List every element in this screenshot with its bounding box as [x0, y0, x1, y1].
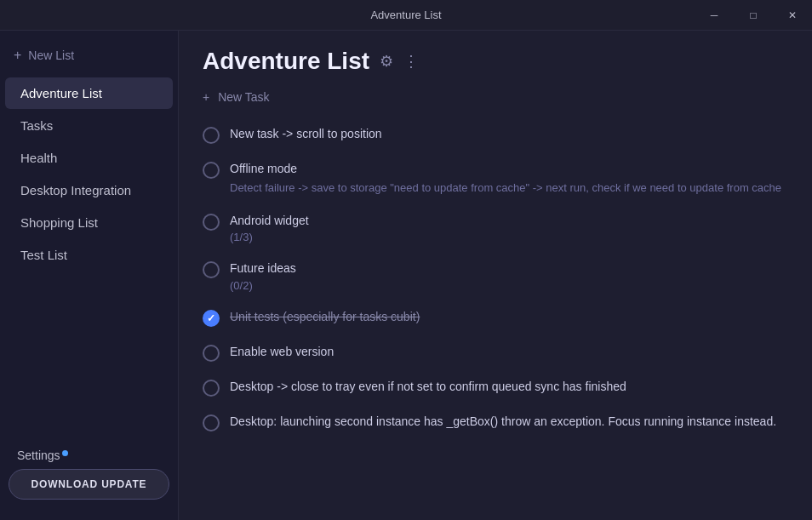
task-content: New task -> scroll to position [230, 126, 788, 143]
settings-notification-dot [62, 450, 68, 456]
task-checkbox[interactable] [203, 162, 220, 179]
app-body: + New List Adventure ListTasksHealthDesk… [0, 31, 812, 520]
sidebar: + New List Adventure ListTasksHealthDesk… [0, 31, 179, 520]
task-title: Desktop: launching second instance has _… [230, 414, 788, 431]
task-item[interactable]: Enable web version [196, 335, 795, 370]
task-item[interactable]: Unit tests (especially for tasks cubit) [196, 300, 795, 335]
task-content: Android widget(1/3) [230, 213, 788, 244]
task-checkbox[interactable] [203, 310, 220, 327]
plus-icon: + [14, 48, 21, 63]
sidebar-item-tasks[interactable]: Tasks [5, 110, 173, 141]
task-title: Android widget [230, 213, 788, 230]
task-content: Unit tests (especially for tasks cubit) [230, 309, 788, 326]
titlebar: Adventure List ─ □ ✕ [0, 0, 812, 31]
task-title: New task -> scroll to position [230, 126, 788, 143]
task-title: Future ideas [230, 260, 788, 277]
task-checkbox[interactable] [203, 127, 220, 144]
new-task-plus-icon: + [203, 90, 209, 104]
task-checkbox[interactable] [203, 261, 220, 278]
main-header: Adventure List ⚙ ⋮ [179, 31, 812, 87]
sidebar-item-health[interactable]: Health [5, 142, 173, 174]
sidebar-bottom: Settings DOWNLOAD UPDATE [0, 431, 178, 510]
task-subtitle: Detect failure -> save to storage "need … [230, 180, 788, 196]
new-task-label: New Task [218, 90, 269, 104]
task-item[interactable]: New task -> scroll to position [196, 117, 795, 152]
settings-label: Settings [17, 449, 60, 462]
settings-link[interactable]: Settings [9, 442, 169, 469]
task-content: Future ideas(0/2) [230, 260, 788, 292]
new-list-button[interactable]: + New List [0, 41, 178, 70]
task-title: Enable web version [230, 344, 788, 361]
task-content: Desktop -> close to tray even if not set… [230, 379, 788, 396]
task-item[interactable]: Desktop: launching second instance has _… [196, 405, 795, 440]
task-title: Offline mode [230, 161, 788, 178]
task-title: Desktop -> close to tray even if not set… [230, 379, 788, 396]
titlebar-title: Adventure List [370, 9, 441, 21]
more-options-icon[interactable]: ⋮ [403, 52, 419, 71]
task-item[interactable]: Future ideas(0/2) [196, 252, 795, 300]
close-button[interactable]: ✕ [773, 0, 812, 31]
task-list: New task -> scroll to positionOffline mo… [179, 114, 812, 520]
new-task-button[interactable]: + New Task [179, 87, 812, 114]
new-list-label: New List [28, 49, 74, 62]
task-checkbox[interactable] [203, 345, 220, 362]
task-checkbox[interactable] [203, 214, 220, 231]
task-item[interactable]: Offline modeDetect failure -> save to st… [196, 152, 795, 204]
task-content: Desktop: launching second instance has _… [230, 414, 788, 431]
sidebar-item-adventure-list[interactable]: Adventure List [5, 77, 173, 109]
task-checkbox[interactable] [203, 380, 220, 397]
page-title: Adventure List [203, 48, 369, 75]
task-item[interactable]: Desktop -> close to tray even if not set… [196, 370, 795, 405]
task-item[interactable]: Android widget(1/3) [196, 204, 795, 253]
task-title: Unit tests (especially for tasks cubit) [230, 309, 788, 326]
maximize-button[interactable]: □ [734, 0, 773, 31]
task-count: (0/2) [230, 279, 788, 292]
titlebar-controls: ─ □ ✕ [695, 0, 812, 31]
sidebar-item-shopping-list[interactable]: Shopping List [5, 207, 173, 238]
task-content: Offline modeDetect failure -> save to st… [230, 161, 788, 196]
sidebar-item-test-list[interactable]: Test List [5, 239, 173, 271]
task-count: (1/3) [230, 231, 788, 243]
task-checkbox[interactable] [203, 414, 220, 431]
minimize-button[interactable]: ─ [695, 0, 734, 31]
gear-icon[interactable]: ⚙ [380, 52, 393, 71]
download-update-button[interactable]: DOWNLOAD UPDATE [9, 469, 169, 500]
main-content: Adventure List ⚙ ⋮ + New Task New task -… [179, 31, 812, 520]
task-content: Enable web version [230, 344, 788, 361]
sidebar-items: Adventure ListTasksHealthDesktop Integra… [0, 77, 178, 271]
sidebar-item-desktop-integration[interactable]: Desktop Integration [5, 174, 173, 206]
